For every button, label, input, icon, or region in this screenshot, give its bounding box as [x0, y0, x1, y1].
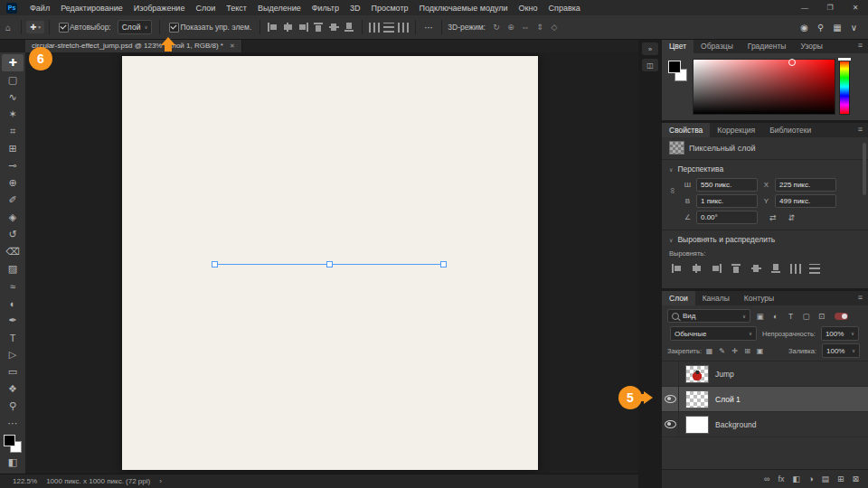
maximize-button[interactable]: ❐: [817, 0, 843, 15]
share-account-icon[interactable]: ◉: [800, 23, 808, 33]
filter-type-layers-icon[interactable]: T: [785, 312, 797, 321]
layer-name[interactable]: Background: [715, 420, 756, 429]
more-options-icon[interactable]: ⋯: [420, 23, 437, 33]
layer-filter-select[interactable]: Вид ∨: [667, 309, 750, 323]
tab-adjustments[interactable]: Коррекция: [710, 123, 762, 137]
flip-vertical-icon[interactable]: ⇵: [788, 213, 796, 222]
distribute-horizontal-icon[interactable]: [790, 264, 801, 274]
healing-brush-tool[interactable]: ⊕: [2, 174, 24, 192]
tab-libraries[interactable]: Библиотеки: [762, 123, 818, 137]
3d-slide-icon[interactable]: ⇕: [533, 23, 547, 32]
eraser-tool[interactable]: ⌫: [2, 243, 24, 260]
gradient-tool[interactable]: ▨: [2, 260, 24, 277]
menu-file[interactable]: Файл: [24, 4, 55, 13]
eyedropper-tool[interactable]: ⊸: [2, 157, 24, 174]
panel-menu-icon[interactable]: ≡: [853, 123, 868, 137]
x-field[interactable]: 225 пикс.: [775, 178, 836, 192]
layer-row-jump[interactable]: Jump: [662, 361, 868, 387]
new-adjustment-layer-icon[interactable]: ◑: [808, 474, 813, 483]
layer-style-fx-icon[interactable]: fx: [778, 474, 784, 483]
color-cursor[interactable]: [788, 59, 796, 66]
align-bottom-edges-icon[interactable]: [770, 263, 782, 274]
align-horizontal-centers-icon[interactable]: [282, 22, 294, 33]
layer-filter-toggle[interactable]: [835, 313, 848, 320]
lock-transparent-pixels-icon[interactable]: ▦: [704, 347, 714, 355]
align-top-edges-icon[interactable]: [731, 263, 742, 274]
distribute-spacing-icon[interactable]: [398, 23, 409, 33]
panel-menu-icon[interactable]: ≡: [853, 291, 868, 305]
menu-3d[interactable]: 3D: [344, 4, 366, 13]
minimize-button[interactable]: —: [792, 0, 817, 15]
marquee-tool[interactable]: ▢: [2, 71, 24, 89]
filter-shape-layers-icon[interactable]: ▢: [800, 312, 812, 321]
hue-slider-handle[interactable]: [837, 57, 852, 61]
lock-artboard-icon[interactable]: ⊞: [742, 347, 752, 355]
hand-tool[interactable]: ❖: [2, 380, 24, 398]
dodge-tool[interactable]: ◐: [2, 295, 24, 312]
lock-image-pixels-icon[interactable]: ✎: [717, 347, 727, 355]
3d-roll-icon[interactable]: ⊕: [504, 23, 518, 32]
menu-select[interactable]: Выделение: [252, 4, 307, 13]
tab-swatches[interactable]: Образцы: [693, 39, 741, 53]
align-vertical-centers-icon[interactable]: [328, 22, 340, 33]
visibility-toggle[interactable]: [662, 412, 679, 436]
visibility-toggle[interactable]: [662, 361, 679, 386]
autoselect-target-select[interactable]: Слой ∨: [118, 20, 153, 34]
hue-slider[interactable]: [839, 59, 850, 115]
document-tab[interactable]: circular-stretch-effect_jump.psd @ 123% …: [25, 39, 242, 52]
close-button[interactable]: ✕: [843, 0, 868, 15]
3d-scale-icon[interactable]: ◇: [547, 23, 561, 32]
clone-stamp-tool[interactable]: ◈: [2, 209, 24, 226]
history-brush-tool[interactable]: ↺: [2, 226, 24, 243]
align-left-edges-icon[interactable]: [267, 22, 278, 33]
status-chevron-icon[interactable]: ›: [159, 477, 162, 485]
layer-row-layer1[interactable]: Слой 1: [662, 387, 868, 412]
opacity-select[interactable]: 100% ∨: [821, 326, 859, 341]
canvas-area[interactable]: [25, 52, 638, 474]
3d-orbit-icon[interactable]: ↻: [489, 23, 504, 32]
current-tool-button[interactable]: ✚ ▾: [26, 21, 44, 33]
chevron-down-icon[interactable]: ∨: [851, 23, 857, 33]
distribute-vertical-icon[interactable]: [809, 264, 820, 274]
home-icon[interactable]: ⌂: [0, 23, 16, 33]
width-field[interactable]: 550 пикс.: [696, 178, 758, 192]
crop-tool[interactable]: ⌗: [2, 123, 24, 140]
frame-tool[interactable]: ⊞: [2, 140, 24, 157]
new-layer-icon[interactable]: ⊞: [837, 474, 844, 483]
tab-paths[interactable]: Контуры: [737, 291, 781, 305]
transform-handle-right[interactable]: [440, 261, 447, 267]
link-dimensions-icon[interactable]: ∞: [668, 188, 677, 193]
align-horizontal-centers-icon[interactable]: [691, 263, 703, 274]
docked-panel-icon[interactable]: ◫: [642, 59, 658, 71]
foreground-color-swatch[interactable]: [668, 61, 681, 73]
tab-layers[interactable]: Слои: [662, 291, 695, 305]
menu-help[interactable]: Справка: [543, 4, 586, 13]
align-left-edges-icon[interactable]: [671, 263, 683, 274]
layer-name[interactable]: Слой 1: [715, 395, 741, 404]
distribute-horizontal-icon[interactable]: [369, 23, 380, 33]
height-field[interactable]: 1 пикс.: [696, 194, 758, 208]
autoselect-checkbox[interactable]: [59, 23, 69, 33]
transform-handle-left[interactable]: [212, 261, 218, 267]
add-layer-mask-icon[interactable]: ◧: [792, 474, 800, 483]
link-layers-icon[interactable]: ∞: [764, 474, 769, 483]
tab-channels[interactable]: Каналы: [695, 291, 737, 305]
filter-smart-objects-icon[interactable]: ⊡: [816, 312, 827, 321]
flip-horizontal-icon[interactable]: ⇄: [769, 213, 777, 222]
align-right-edges-icon[interactable]: [711, 263, 722, 274]
menu-image[interactable]: Изображение: [128, 4, 191, 13]
close-tab-icon[interactable]: ✕: [230, 42, 235, 50]
distribute-vertical-icon[interactable]: [383, 23, 394, 33]
tab-gradients[interactable]: Градиенты: [741, 39, 794, 53]
shape-tool[interactable]: ▭: [2, 363, 24, 380]
type-tool[interactable]: T: [2, 329, 24, 346]
saturation-brightness-field[interactable]: [693, 59, 835, 115]
transform-handle-center[interactable]: [326, 261, 333, 267]
align-vertical-centers-icon[interactable]: [750, 263, 762, 274]
quick-mask-button[interactable]: ◧: [2, 454, 24, 471]
layer-row-background[interactable]: Background: [662, 412, 868, 437]
visibility-toggle[interactable]: [662, 387, 679, 411]
fill-select[interactable]: 100% ∨: [822, 343, 860, 358]
brush-tool[interactable]: ✐: [2, 192, 24, 209]
tab-properties[interactable]: Свойства: [662, 123, 710, 137]
